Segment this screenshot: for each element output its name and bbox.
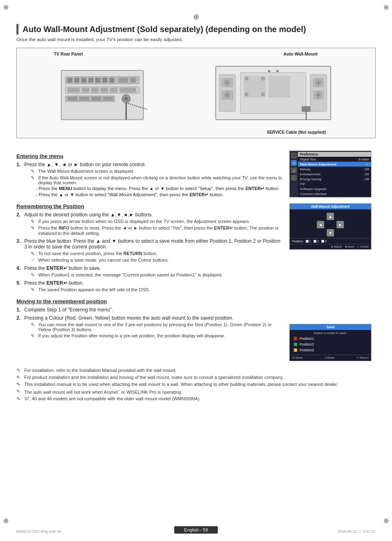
footer-left: BN68-01737C-Eng.indb 59 [16, 529, 61, 534]
sidebar-icon-2: 🔊 [291, 167, 297, 173]
page-subtitle: Once the auto wall mount is installed, y… [16, 37, 376, 42]
menu-section-title: Preference [298, 152, 371, 157]
menu-item-entertainment: Entertainment : Off [298, 172, 371, 176]
position2-label: Position2 [300, 342, 314, 346]
svg-rect-12 [67, 88, 80, 93]
svg-rect-22 [103, 97, 113, 101]
position-3-dot: 3 [321, 239, 327, 243]
step1-text: Press the ▲, ▼, ◄ or ► button on your re… [24, 162, 146, 167]
diagram-label-service: SERVICE Cable (Not supplied) [267, 130, 326, 135]
wma-footer-adjust: ⊕ Adjust [331, 245, 342, 248]
position1-color-dot [294, 337, 297, 340]
wma-screenshot: Wall-Mount Adjustment ▲ ◄ ► ▼ Positi [289, 203, 371, 250]
svg-rect-4 [81, 78, 86, 83]
save-screenshot: Save Select a mode to save. Position1 Po… [289, 324, 371, 361]
note-icon: ✎ [16, 375, 22, 380]
svg-rect-20 [79, 97, 89, 101]
step1-bullet2: - Press the ▲ or ▼ button to select "Wal… [36, 192, 283, 197]
bottom-note-5: ✎ 37, 40 and 46 models are not compatibl… [16, 396, 376, 402]
note-icon: ✎ [31, 251, 37, 256]
save-item-position2: Position2 [290, 341, 371, 347]
save-footer: ⊕ Move ⊙/Enter ↩ Return [290, 355, 371, 361]
svg-point-28 [268, 70, 270, 72]
bottom-note-2: ✎ For product installation and the insta… [16, 375, 376, 380]
note-icon: ✎ [31, 333, 37, 339]
wma-up-row: ▲ [327, 213, 334, 220]
svg-rect-21 [91, 97, 101, 101]
step3-note1: ✎ To not save the current position, pres… [31, 251, 283, 256]
svg-rect-17 [120, 88, 136, 93]
step1-note1: ✎ The Wall Mount Adjustment screen is di… [31, 169, 283, 174]
diagram-label-wall: Auto Wall-Mount [284, 51, 318, 56]
step4-text: Press the ENTER↵ button to save. [24, 265, 101, 271]
wma-arrows: ▲ ◄ ► ▼ [290, 209, 371, 238]
sidebar-icon-active: ⚙ [291, 160, 297, 166]
tv-rear-panel-svg [57, 62, 148, 128]
wma-footer: ⊕ Adjust ■ Save □ Centre [290, 244, 371, 249]
step3-content: Press the blue button. Press the ▲ and ▼… [24, 238, 283, 263]
step4-content: Press the ENTER↵ button to save. ✎ When … [24, 265, 283, 278]
step5-text: Press the ENTER↵ button. [24, 280, 84, 286]
step2-num: 2. [16, 212, 22, 218]
step-1: 1. Press the ▲, ▼, ◄ or ► button on your… [16, 162, 283, 197]
svg-point-50 [317, 94, 320, 96]
step-4: 4. Press the ENTER↵ button to save. ✎ Wh… [16, 265, 283, 278]
entering-menu-list: 1. Press the ▲, ▼, ◄ or ► button on your… [16, 162, 283, 197]
bottom-notes: ✎ For installation, refer to the Install… [16, 368, 376, 402]
svg-point-43 [261, 93, 265, 96]
section-remembering-heading: Remembering the Position [16, 203, 283, 209]
step3-text: Press the blue button. Press the ▲ and ▼… [24, 238, 280, 250]
wma-lr-row: ◄ ► [317, 221, 344, 228]
bottom-note-4: ✎ The auto wall mount will not work when… [16, 389, 376, 395]
wma-left-arrow: ◄ [317, 221, 324, 228]
moving-step2-text: Pressing a Colour (Red, Green, Yellow) b… [24, 315, 233, 321]
svg-rect-8 [109, 78, 114, 83]
menu-item-common: Common Interface [298, 191, 371, 196]
position-1-dot: 1 [306, 239, 311, 243]
note-icon: ✎ [31, 219, 37, 224]
svg-point-47 [317, 81, 320, 84]
menu-item-melody: Melody : Off [298, 167, 371, 172]
corner-bl-icon: ⊕ [3, 517, 9, 525]
step2-text: Adjust to the desired position using the… [24, 212, 153, 218]
step-2: 2. Adjust to the desired position using … [16, 212, 283, 236]
step-5: 5. Press the ENTER↵ button. ✎ The saved … [16, 280, 283, 293]
remembering-list: 2. Adjust to the desired position using … [16, 212, 283, 293]
step2-note2: ✎ Press the INFO button to reset. Press … [31, 225, 283, 236]
save-title: Save [290, 324, 371, 330]
footer-right: 2008-08-12 □□ 5:47:37 [338, 529, 376, 534]
diagram-inner [17, 48, 375, 138]
save-item-position1: Position1 [290, 336, 371, 341]
svg-point-40 [245, 77, 248, 80]
step3-note2: ☞ When selecting a save mode, you cannot… [31, 258, 283, 263]
position3-label: Position3 [300, 348, 314, 352]
positions-label: Position [292, 239, 303, 243]
save-subtitle: Select a mode to save. [290, 330, 371, 336]
moving-step2-num: 2. [16, 315, 22, 321]
svg-rect-19 [67, 97, 77, 101]
moving-step2-note1: ✎ You can move the wall mount to one of … [31, 322, 283, 332]
page-title: Auto Wall-Mount Adjustment (Sold separat… [16, 24, 376, 35]
step4-note1: ✎ When Position1 is selected, the messag… [31, 272, 283, 278]
svg-rect-3 [74, 78, 79, 83]
wma-footer-save: ■ Save [345, 245, 354, 248]
corner-tl-icon: ⊕ [3, 3, 9, 11]
wma-down-row: ▼ [327, 229, 334, 237]
corner-tr-icon: ⊕ [383, 3, 389, 11]
diagram-label-tv: TV Rear Panel [54, 51, 83, 56]
diagram-box: TV Rear Panel Auto Wall-Mount [16, 48, 376, 138]
menu-item-pip: PIP [298, 181, 371, 186]
note-icon: ✎ [16, 396, 22, 402]
section-entering-menu-heading: Entering the menu [16, 153, 283, 159]
note-icon: ✎ [31, 322, 37, 327]
bottom-note-1: ✎ For installation, refer to the Install… [16, 368, 376, 373]
save-footer-enter: ⊙/Enter [325, 356, 335, 360]
svg-point-41 [261, 77, 265, 80]
moving-step1-content: Complete Step 1 of "Entering the menu". [24, 307, 283, 313]
main-left: Entering the menu 1. Press the ▲, ▼, ◄ o… [16, 147, 283, 361]
page: ⊕ ⊕ ⊕ ⊕ ⊕ Auto Wall-Mount Adjustment (So… [0, 0, 392, 541]
step-3: 3. Press the blue button. Press the ▲ an… [16, 238, 283, 263]
main-content: Entering the menu 1. Press the ▲, ▼, ◄ o… [16, 147, 376, 361]
position2-color-dot [294, 343, 297, 346]
moving-step2-note2: ✎ If you adjust the Position after movin… [31, 333, 283, 339]
